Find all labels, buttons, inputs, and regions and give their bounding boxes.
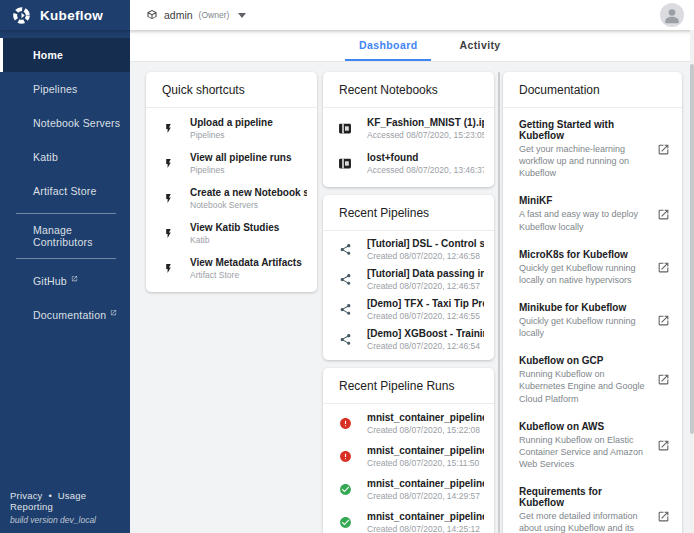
- quick-shortcuts-card: Quick shortcuts Upload a pipeline Pipeli…: [146, 72, 317, 292]
- launch-icon: [657, 261, 670, 274]
- bolt-icon: [159, 121, 177, 136]
- doc-description: Quickly get Kubeflow running locally on …: [519, 262, 649, 286]
- shortcut-subtitle: Katib: [190, 235, 307, 245]
- sidebar-item-label: Home: [33, 49, 63, 61]
- run-subtitle: Created 08/07/2020, 14:29:57: [367, 491, 484, 501]
- logo-area[interactable]: Kubeflow: [0, 0, 130, 30]
- footer-separator: •: [48, 490, 52, 501]
- doc-title: MicroK8s for Kubeflow: [519, 249, 649, 260]
- run-subtitle: Created 08/07/2020, 15:11:50: [367, 458, 484, 468]
- error-status-icon: [336, 450, 354, 463]
- sidebar-item-artifact-store[interactable]: Artifact Store: [0, 174, 130, 208]
- doc-link-requirements[interactable]: Requirements for Kubeflow Get more detai…: [503, 478, 682, 533]
- sidebar: Home Pipelines Notebook Servers Katib Ar…: [0, 30, 130, 533]
- pipeline-title: [Demo] TFX - Taxi Tip Prediction Model .…: [367, 298, 484, 309]
- sidebar-footer: Privacy • Usage Reporting build version …: [0, 490, 130, 525]
- pipeline-subtitle: Created 08/07/2020, 12:46:57: [367, 281, 484, 291]
- launch-icon: [657, 208, 670, 221]
- sidebar-item-label: Manage Contributors: [33, 224, 130, 248]
- doc-link-minikf[interactable]: MiniKF A fast and easy way to deploy Kub…: [503, 187, 682, 240]
- doc-link-minikube[interactable]: Minikube for Kubeflow Quickly get Kubefl…: [503, 294, 682, 347]
- doc-description: A fast and easy way to deploy Kubeflow l…: [519, 208, 649, 232]
- sidebar-item-documentation[interactable]: Documentation: [0, 298, 130, 332]
- sidebar-item-github[interactable]: GitHub: [0, 264, 130, 298]
- sidebar-item-katib[interactable]: Katib: [0, 140, 130, 174]
- card-title: Documentation: [503, 72, 682, 108]
- notebook-icon: [336, 157, 354, 170]
- doc-description: Running Kubeflow on Elastic Container Se…: [519, 434, 649, 470]
- shortcut-view-pipeline-runs[interactable]: View all pipeline runs Pipelines: [146, 146, 317, 181]
- middle-column-scrollbar[interactable]: [498, 72, 500, 533]
- pipeline-item[interactable]: [Demo] XGBoost - Training with Confusi..…: [323, 324, 494, 354]
- page-scrollbar[interactable]: [690, 30, 694, 533]
- launch-icon: [657, 373, 670, 386]
- doc-title: Minikube for Kubeflow: [519, 302, 649, 313]
- recent-notebooks-card: Recent Notebooks KF_Fashion_MNIST (1).ip…: [323, 72, 494, 187]
- sidebar-divider: [16, 258, 116, 259]
- tab-activity[interactable]: Activity: [445, 30, 514, 61]
- tab-bar: Dashboard Activity: [130, 30, 694, 62]
- doc-link-kubeflow-aws[interactable]: Kubeflow on AWS Running Kubeflow on Elas…: [503, 413, 682, 478]
- pipeline-run-item[interactable]: mnist_container_pipeline run Created 08/…: [323, 506, 494, 533]
- notebook-title: lost+found: [367, 152, 484, 163]
- external-link-icon: [110, 309, 117, 316]
- pipeline-item[interactable]: [Demo] TFX - Taxi Tip Prediction Model .…: [323, 294, 494, 324]
- shortcut-subtitle: Pipelines: [190, 130, 307, 140]
- pipeline-graph-icon: [336, 303, 354, 316]
- namespace-selector[interactable]: admin (Owner): [146, 9, 246, 21]
- notebook-title: KF_Fashion_MNIST (1).ipynb: [367, 117, 484, 128]
- external-link-icon: [71, 275, 78, 282]
- sidebar-item-pipelines[interactable]: Pipelines: [0, 72, 130, 106]
- sidebar-item-manage-contributors[interactable]: Manage Contributors: [0, 219, 130, 253]
- pipeline-run-item[interactable]: mnist_container_pipeline run Created 08/…: [323, 473, 494, 506]
- pipeline-graph-icon: [336, 333, 354, 346]
- sidebar-item-home[interactable]: Home: [0, 38, 130, 72]
- notebook-item[interactable]: KF_Fashion_MNIST (1).ipynb Accessed 08/0…: [323, 111, 494, 146]
- notebook-item[interactable]: lost+found Accessed 08/07/2020, 13:46:37: [323, 146, 494, 181]
- card-title: Recent Pipelines: [323, 195, 494, 231]
- sidebar-item-label: Artifact Store: [33, 185, 97, 197]
- header-toolbar: admin (Owner): [130, 0, 694, 30]
- doc-title: MiniKF: [519, 195, 649, 206]
- shortcut-view-metadata-artifacts[interactable]: View Metadata Artifacts Artifact Store: [146, 251, 317, 286]
- pipeline-run-item[interactable]: mnist_container_pipeline run Created 08/…: [323, 407, 494, 440]
- pipeline-item[interactable]: [Tutorial] DSL - Control structures Crea…: [323, 234, 494, 264]
- doc-title: Kubeflow on AWS: [519, 421, 649, 432]
- bolt-icon: [159, 156, 177, 171]
- pipeline-item[interactable]: [Tutorial] Data passing in python comp..…: [323, 264, 494, 294]
- doc-link-microk8s[interactable]: MicroK8s for Kubeflow Quickly get Kubefl…: [503, 241, 682, 294]
- notebook-icon: [336, 122, 354, 135]
- shortcut-subtitle: Artifact Store: [190, 270, 307, 280]
- doc-link-kubeflow-gcp[interactable]: Kubeflow on GCP Running Kubeflow on Kube…: [503, 347, 682, 412]
- app-header: Kubeflow admin (Owner): [0, 0, 694, 30]
- doc-title: Getting Started with Kubeflow: [519, 119, 649, 141]
- pipeline-subtitle: Created 08/07/2020, 12:46:58: [367, 251, 484, 261]
- sidebar-divider: [16, 213, 116, 214]
- doc-link-getting-started[interactable]: Getting Started with Kubeflow Get your m…: [503, 111, 682, 187]
- run-title: mnist_container_pipeline run: [367, 412, 484, 423]
- recent-pipeline-runs-card: Recent Pipeline Runs mnist_container_pip…: [323, 368, 494, 533]
- error-status-icon: [336, 417, 354, 430]
- pipeline-run-item[interactable]: mnist_container_pipeline run Created 08/…: [323, 440, 494, 473]
- pipeline-title: [Tutorial] DSL - Control structures: [367, 238, 484, 249]
- shortcut-create-notebook-server[interactable]: Create a new Notebook server Notebook Se…: [146, 181, 317, 216]
- sidebar-nav: Home Pipelines Notebook Servers Katib Ar…: [0, 30, 130, 332]
- user-avatar[interactable]: [660, 3, 684, 27]
- shortcut-upload-pipeline[interactable]: Upload a pipeline Pipelines: [146, 111, 317, 146]
- shortcut-view-katib-studies[interactable]: View Katib Studies Katib: [146, 216, 317, 251]
- card-title: Recent Pipeline Runs: [323, 368, 494, 404]
- success-status-icon: [336, 516, 354, 529]
- page-scrollbar-thumb[interactable]: [690, 64, 694, 434]
- shortcut-title: View Metadata Artifacts: [190, 257, 307, 268]
- launch-icon: [657, 510, 670, 523]
- bolt-icon: [159, 191, 177, 206]
- documentation-card: Documentation Getting Started with Kubef…: [503, 72, 682, 533]
- namespace-cube-icon: [146, 9, 158, 21]
- build-version-label: build version dev_local: [10, 515, 130, 525]
- sidebar-item-notebook-servers[interactable]: Notebook Servers: [0, 106, 130, 140]
- bolt-icon: [159, 261, 177, 276]
- privacy-link[interactable]: Privacy: [10, 490, 43, 501]
- pipeline-subtitle: Created 08/07/2020, 12:46:55: [367, 311, 484, 321]
- card-title: Quick shortcuts: [146, 72, 317, 108]
- tab-dashboard[interactable]: Dashboard: [345, 30, 431, 61]
